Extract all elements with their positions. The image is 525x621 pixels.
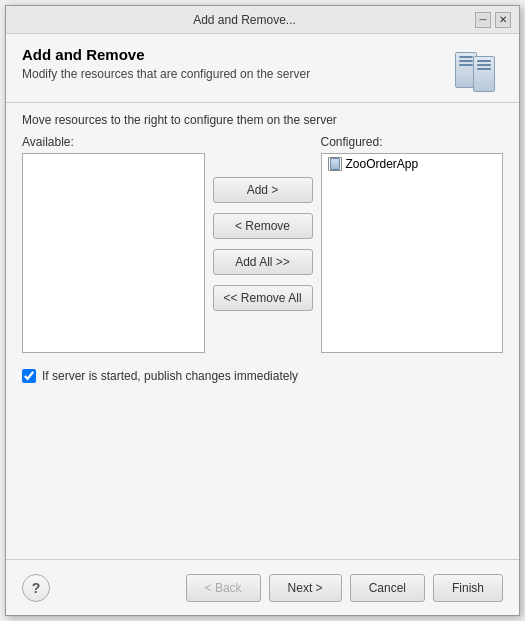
dialog-footer: ? < Back Next > Cancel Finish xyxy=(6,559,519,615)
publish-label: If server is started, publish changes im… xyxy=(42,369,298,383)
configured-list[interactable]: ZooOrderApp xyxy=(321,153,504,353)
configured-column: Configured: ZooOrderApp xyxy=(321,135,504,353)
remove-button[interactable]: < Remove xyxy=(213,213,313,239)
configured-label: Configured: xyxy=(321,135,504,149)
finish-button[interactable]: Finish xyxy=(433,574,503,602)
available-list[interactable] xyxy=(22,153,205,353)
minimize-button[interactable]: ─ xyxy=(475,12,491,28)
columns-area: Available: Add > < Remove Add All >> << … xyxy=(22,135,503,353)
dialog-header: Add and Remove Modify the resources that… xyxy=(6,34,519,103)
back-button[interactable]: < Back xyxy=(186,574,261,602)
header-text: Add and Remove Modify the resources that… xyxy=(22,46,310,81)
dialog-window: Add and Remove... ─ ✕ Add and Remove Mod… xyxy=(5,5,520,616)
remove-all-button[interactable]: << Remove All xyxy=(213,285,313,311)
footer-buttons: < Back Next > Cancel Finish xyxy=(186,574,503,602)
instruction-text: Move resources to the right to configure… xyxy=(6,103,519,135)
publish-checkbox[interactable] xyxy=(22,369,36,383)
action-buttons: Add > < Remove Add All >> << Remove All xyxy=(213,135,313,353)
close-button[interactable]: ✕ xyxy=(495,12,511,28)
app-name: ZooOrderApp xyxy=(346,157,419,171)
list-item[interactable]: ZooOrderApp xyxy=(322,154,503,174)
next-button[interactable]: Next > xyxy=(269,574,342,602)
add-button[interactable]: Add > xyxy=(213,177,313,203)
app-icon xyxy=(328,157,342,171)
help-button[interactable]: ? xyxy=(22,574,50,602)
dialog-title: Add and Remove... xyxy=(14,13,475,27)
available-column: Available: xyxy=(22,135,205,353)
cancel-button[interactable]: Cancel xyxy=(350,574,425,602)
title-bar: Add and Remove... ─ ✕ xyxy=(6,6,519,34)
add-all-button[interactable]: Add All >> xyxy=(213,249,313,275)
available-label: Available: xyxy=(22,135,205,149)
page-title: Add and Remove xyxy=(22,46,310,63)
page-subtitle: Modify the resources that are configured… xyxy=(22,67,310,81)
dialog-body: Available: Add > < Remove Add All >> << … xyxy=(6,135,519,559)
server-icon xyxy=(455,50,503,94)
title-bar-controls: ─ ✕ xyxy=(475,12,511,28)
publish-checkbox-area: If server is started, publish changes im… xyxy=(22,361,503,391)
